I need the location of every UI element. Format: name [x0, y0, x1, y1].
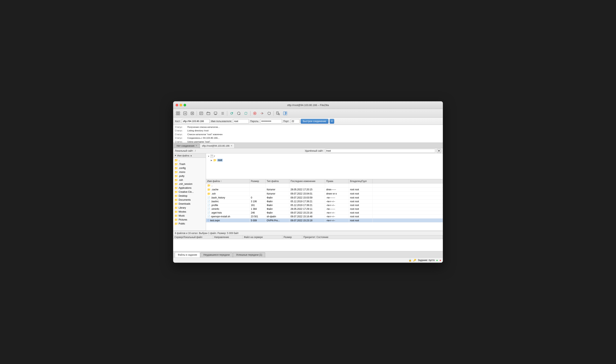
remote-tree-root-folder[interactable]: ▶ 📁 root — [207, 158, 442, 162]
local-item-public[interactable]: 📁 Public — [173, 222, 206, 226]
file-row-viminfo[interactable]: 📄 .viminfo 1 384 Файл 28.05.2022 17:29:1… — [206, 207, 443, 211]
file-row-cache[interactable]: 📁 .cache Каталог 28.05.2022 17:20:15 drw… — [206, 188, 443, 192]
network-calc-button[interactable] — [282, 110, 288, 116]
port-label: Порт: — [283, 120, 289, 123]
bottom-tabs: Файлы в задании Неудавшиеся передачи Усп… — [173, 251, 443, 257]
local-item-documents[interactable]: 📁 Documents — [173, 198, 206, 202]
file-row-openvpn[interactable]: 📄 openvpn-install.sh 23 501 sh-файл 09.0… — [206, 215, 443, 219]
queue-col-direction: Направление — [213, 235, 243, 239]
header-permissions[interactable]: Права — [325, 179, 349, 183]
btab-files-in-queue[interactable]: Файлы в задании — [175, 252, 200, 257]
remote-site-label: Удалённый сайт: — [305, 149, 323, 152]
tabs-bar: Нет соединения ✕ sftp://root@94.103.80.1… — [173, 143, 443, 148]
site-manager-button[interactable] — [175, 110, 181, 116]
header-owner[interactable]: Владелец/Груп — [349, 179, 373, 183]
svg-rect-14 — [207, 112, 210, 115]
header-filename[interactable]: Имя файла ↑ — [206, 179, 250, 183]
file-row-dotdot[interactable]: 📁 .. — [206, 183, 443, 188]
toggle-queue-button[interactable] — [219, 110, 226, 116]
remote-path-dropdown[interactable]: ▼ — [437, 149, 441, 153]
path-bar: Локальный сайт: / Удалённый сайт: ▼ — [173, 148, 443, 153]
local-item-ssh[interactable]: 📁 .ssh — [173, 178, 206, 182]
local-item-dotdot[interactable]: 📁 .. — [173, 158, 206, 162]
local-tree-header[interactable]: ▼ Имя файла ▲ — [173, 153, 206, 158]
local-item-desktop[interactable]: 📁 Desktop — [173, 194, 206, 198]
status-row-3: Статус: Список каталогов "root" извлечен — [175, 133, 441, 136]
svg-rect-2 — [176, 114, 178, 115]
file-row-test-ovpn[interactable]: ⓘ test.ovpn 5 009 OVPN Pro... 09.07.2022… — [206, 219, 443, 222]
svg-rect-1 — [178, 112, 180, 113]
header-type[interactable]: Тип файла — [266, 179, 289, 183]
traffic-lights — [176, 104, 186, 106]
toggle-local-button[interactable] — [205, 110, 212, 116]
password-input[interactable] — [260, 119, 282, 123]
header-size[interactable]: Размер — [250, 179, 266, 183]
stop-button[interactable] — [252, 110, 258, 116]
toggle-remote-button[interactable] — [212, 110, 219, 116]
file-list-container: Имя файла ↑ Размер Тип файла Последнее и… — [206, 179, 443, 231]
btab-failed-transfers[interactable]: Неудавшиеся передачи — [200, 252, 232, 257]
tab-close-no-connection[interactable]: ✕ — [195, 144, 197, 147]
header-modified[interactable]: Последнее изменение — [289, 179, 325, 183]
filter-button[interactable] — [236, 110, 242, 116]
reconnect-button[interactable] — [266, 110, 272, 116]
remote-panel: ▼ ? / ▶ 📁 root Имя файла ↑ — [206, 153, 443, 231]
titlebar: sftp://root@94.103.80.166 – FileZilla — [173, 101, 443, 109]
queue-body — [173, 239, 443, 251]
lock-icon: 🔒 — [409, 259, 411, 261]
main-content: ▼ Имя файла ▲ 📁 .. 📁 .Trash 📁 .config — [173, 153, 443, 231]
quick-connect-dropdown[interactable]: ▼ — [330, 119, 334, 124]
btab-successful-transfers[interactable]: Успешные передачи (1) — [233, 252, 265, 257]
key-icon: 🔑 — [413, 259, 416, 261]
local-item-config[interactable]: 📁 .config — [173, 166, 206, 170]
status-row-2: Статус: Listing directory /root — [175, 129, 441, 132]
refresh-button[interactable] — [228, 110, 235, 116]
svg-line-31 — [279, 115, 280, 115]
svg-rect-33 — [285, 112, 287, 115]
disconnect-button[interactable] — [259, 110, 265, 116]
close-tab-button[interactable] — [189, 110, 195, 116]
sync-button[interactable] — [243, 110, 249, 116]
file-status-text: 6 файлов и 16 катал. Выбран 1 файл. Разм… — [175, 232, 239, 234]
quick-connect-button[interactable]: Быстрое соединение — [301, 119, 328, 124]
username-label: Имя пользователя: — [211, 120, 232, 123]
local-item-movies[interactable]: 📁 Movies — [173, 210, 206, 214]
local-item-music[interactable]: 📁 Music — [173, 214, 206, 218]
local-item-mono[interactable]: 📁 .mono — [173, 170, 206, 174]
queue-col-size: Размер — [282, 235, 302, 239]
file-row-bashrc[interactable]: 📄 .bashrc 3 106 Файл 05.12.2019 17:39:21… — [206, 200, 443, 203]
username-input[interactable] — [233, 119, 249, 123]
tab-no-connection[interactable]: Нет соединения ✕ — [174, 143, 199, 148]
password-label: Пароль: — [250, 120, 259, 123]
local-item-applications[interactable]: 📁 Applications — [173, 186, 206, 190]
status-log: Статус: Получение списка каталогов... Ст… — [173, 125, 443, 143]
file-row-ssh[interactable]: 📁 .ssh Каталог 09.07.2022 15:04:01 drwxr… — [206, 192, 443, 196]
tab-close-active[interactable]: ✕ — [231, 144, 232, 147]
file-row-wget-hsts[interactable]: 📄 .wget-hsts 246 Файл 09.07.2022 15:23:1… — [206, 211, 443, 215]
host-input[interactable] — [182, 119, 210, 123]
file-row-profile[interactable]: 📄 .profile 161 Файл 05.12.2019 17:39:21 … — [206, 203, 443, 207]
file-row-bash-history[interactable]: 📄 .bash_history 0 Файл 09.07.2022 15:03:… — [206, 196, 443, 200]
toggle-log-button[interactable] — [198, 110, 205, 116]
close-button[interactable] — [176, 104, 178, 106]
new-tab-button[interactable] — [182, 110, 188, 116]
local-item-library[interactable]: 📁 Library — [173, 206, 206, 210]
local-item-trash[interactable]: 📁 .Trash — [173, 162, 206, 166]
local-item-putty[interactable]: 📁 .putty — [173, 174, 206, 178]
queue-area: Сервер/Локальный файл Направление Файл н… — [173, 235, 443, 251]
search-files-button[interactable] — [275, 110, 281, 116]
local-item-creative[interactable]: 📁 Creative Clo... — [173, 190, 206, 194]
local-item-zsh[interactable]: 📁 .zsh_session — [173, 182, 206, 186]
file-list: 📁 .. 📁 .cache — [206, 183, 443, 231]
svg-rect-3 — [178, 114, 180, 115]
status-row-1: Статус: Получение списка каталогов... — [175, 125, 441, 129]
file-status-bar: 6 файлов и 16 катал. Выбран 1 файл. Разм… — [173, 231, 443, 235]
maximize-button[interactable] — [184, 104, 186, 106]
local-item-downloads[interactable]: 📁 Downloads — [173, 202, 206, 206]
remote-tree-root[interactable]: ▼ ? / — [207, 154, 442, 158]
local-item-pictures[interactable]: 📁 Pictures — [173, 218, 206, 222]
remote-path-input[interactable] — [325, 149, 435, 153]
port-input[interactable] — [291, 119, 299, 123]
tab-active-connection[interactable]: sftp://root@94.103.80.166 ✕ — [200, 143, 235, 148]
minimize-button[interactable] — [180, 104, 182, 106]
